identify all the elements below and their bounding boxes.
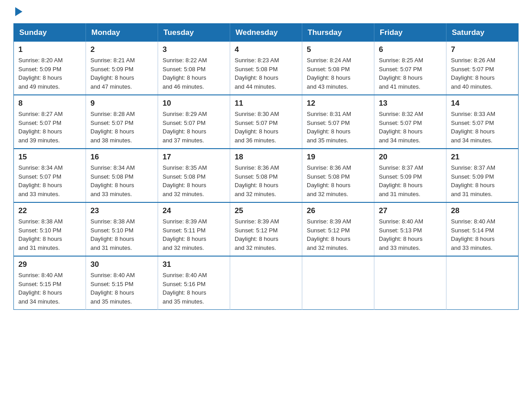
day-info: Sunrise: 8:22 AMSunset: 5:08 PMDaylight:… [163, 56, 225, 91]
day-info: Sunrise: 8:40 AMSunset: 5:14 PMDaylight:… [451, 217, 514, 252]
day-number: 12 [307, 99, 369, 108]
day-number: 2 [90, 45, 153, 54]
day-number: 21 [451, 153, 514, 162]
day-number: 26 [307, 206, 369, 215]
day-info: Sunrise: 8:24 AMSunset: 5:08 PMDaylight:… [307, 56, 369, 91]
day-number: 6 [379, 45, 442, 54]
day-info: Sunrise: 8:28 AMSunset: 5:07 PMDaylight:… [90, 110, 153, 145]
day-info: Sunrise: 8:30 AMSunset: 5:07 PMDaylight:… [235, 110, 297, 145]
day-cell-26: 26Sunrise: 8:39 AMSunset: 5:12 PMDayligh… [302, 202, 374, 256]
day-info: Sunrise: 8:29 AMSunset: 5:07 PMDaylight:… [163, 110, 225, 145]
day-number: 24 [163, 206, 225, 215]
day-cell-22: 22Sunrise: 8:38 AMSunset: 5:10 PMDayligh… [14, 202, 86, 256]
day-cell-30: 30Sunrise: 8:40 AMSunset: 5:15 PMDayligh… [86, 256, 158, 310]
day-number: 20 [379, 153, 442, 162]
week-row-4: 22Sunrise: 8:38 AMSunset: 5:10 PMDayligh… [14, 202, 519, 256]
day-number: 30 [90, 260, 153, 269]
empty-cell [302, 256, 374, 310]
day-info: Sunrise: 8:40 AMSunset: 5:16 PMDaylight:… [163, 271, 225, 306]
day-number: 8 [18, 99, 81, 108]
day-number: 22 [18, 206, 81, 215]
day-info: Sunrise: 8:21 AMSunset: 5:09 PMDaylight:… [90, 56, 153, 91]
day-info: Sunrise: 8:35 AMSunset: 5:08 PMDaylight:… [163, 163, 225, 198]
day-number: 10 [163, 99, 225, 108]
day-info: Sunrise: 8:38 AMSunset: 5:10 PMDaylight:… [18, 217, 81, 252]
day-cell-31: 31Sunrise: 8:40 AMSunset: 5:16 PMDayligh… [158, 256, 230, 310]
day-cell-6: 6Sunrise: 8:25 AMSunset: 5:07 PMDaylight… [374, 42, 446, 95]
day-cell-18: 18Sunrise: 8:36 AMSunset: 5:08 PMDayligh… [230, 149, 302, 202]
day-info: Sunrise: 8:32 AMSunset: 5:07 PMDaylight:… [379, 110, 442, 145]
calendar-header: SundayMondayTuesdayWednesdayThursdayFrid… [14, 24, 519, 42]
empty-cell [446, 256, 519, 310]
day-cell-3: 3Sunrise: 8:22 AMSunset: 5:08 PMDaylight… [158, 42, 230, 95]
day-cell-12: 12Sunrise: 8:31 AMSunset: 5:07 PMDayligh… [302, 95, 374, 149]
day-info: Sunrise: 8:37 AMSunset: 5:09 PMDaylight:… [451, 163, 514, 198]
day-number: 19 [307, 153, 369, 162]
day-cell-8: 8Sunrise: 8:27 AMSunset: 5:07 PMDaylight… [14, 95, 86, 149]
day-number: 4 [235, 45, 297, 54]
day-cell-28: 28Sunrise: 8:40 AMSunset: 5:14 PMDayligh… [446, 202, 519, 256]
day-info: Sunrise: 8:36 AMSunset: 5:08 PMDaylight:… [235, 163, 297, 198]
day-info: Sunrise: 8:34 AMSunset: 5:07 PMDaylight:… [18, 163, 81, 198]
day-number: 28 [451, 206, 514, 215]
day-number: 9 [90, 99, 153, 108]
day-cell-1: 1Sunrise: 8:20 AMSunset: 5:09 PMDaylight… [14, 42, 86, 95]
day-cell-13: 13Sunrise: 8:32 AMSunset: 5:07 PMDayligh… [374, 95, 446, 149]
day-cell-15: 15Sunrise: 8:34 AMSunset: 5:07 PMDayligh… [14, 149, 86, 202]
week-row-2: 8Sunrise: 8:27 AMSunset: 5:07 PMDaylight… [14, 95, 519, 149]
day-info: Sunrise: 8:34 AMSunset: 5:08 PMDaylight:… [90, 163, 153, 198]
header-cell-wednesday: Wednesday [230, 24, 302, 42]
day-cell-21: 21Sunrise: 8:37 AMSunset: 5:09 PMDayligh… [446, 149, 519, 202]
day-number: 5 [307, 45, 369, 54]
day-cell-24: 24Sunrise: 8:39 AMSunset: 5:11 PMDayligh… [158, 202, 230, 256]
day-number: 29 [18, 260, 81, 269]
day-number: 16 [90, 153, 153, 162]
day-info: Sunrise: 8:20 AMSunset: 5:09 PMDaylight:… [18, 56, 81, 91]
header-cell-tuesday: Tuesday [158, 24, 230, 42]
day-number: 14 [451, 99, 514, 108]
day-info: Sunrise: 8:38 AMSunset: 5:10 PMDaylight:… [90, 217, 153, 252]
day-info: Sunrise: 8:40 AMSunset: 5:15 PMDaylight:… [90, 271, 153, 306]
day-cell-20: 20Sunrise: 8:37 AMSunset: 5:09 PMDayligh… [374, 149, 446, 202]
day-info: Sunrise: 8:40 AMSunset: 5:13 PMDaylight:… [379, 217, 442, 252]
day-cell-4: 4Sunrise: 8:23 AMSunset: 5:08 PMDaylight… [230, 42, 302, 95]
day-info: Sunrise: 8:39 AMSunset: 5:12 PMDaylight:… [307, 217, 369, 252]
header-cell-saturday: Saturday [446, 24, 519, 42]
day-info: Sunrise: 8:39 AMSunset: 5:11 PMDaylight:… [163, 217, 225, 252]
day-info: Sunrise: 8:39 AMSunset: 5:12 PMDaylight:… [235, 217, 297, 252]
header-cell-friday: Friday [374, 24, 446, 42]
day-cell-11: 11Sunrise: 8:30 AMSunset: 5:07 PMDayligh… [230, 95, 302, 149]
week-row-3: 15Sunrise: 8:34 AMSunset: 5:07 PMDayligh… [14, 149, 519, 202]
day-cell-14: 14Sunrise: 8:33 AMSunset: 5:07 PMDayligh… [446, 95, 519, 149]
day-cell-23: 23Sunrise: 8:38 AMSunset: 5:10 PMDayligh… [86, 202, 158, 256]
day-info: Sunrise: 8:37 AMSunset: 5:09 PMDaylight:… [379, 163, 442, 198]
day-info: Sunrise: 8:40 AMSunset: 5:15 PMDaylight:… [18, 271, 81, 306]
day-info: Sunrise: 8:33 AMSunset: 5:07 PMDaylight:… [451, 110, 514, 145]
day-number: 13 [379, 99, 442, 108]
day-info: Sunrise: 8:25 AMSunset: 5:07 PMDaylight:… [379, 56, 442, 91]
day-cell-29: 29Sunrise: 8:40 AMSunset: 5:15 PMDayligh… [14, 256, 86, 310]
day-cell-10: 10Sunrise: 8:29 AMSunset: 5:07 PMDayligh… [158, 95, 230, 149]
day-number: 17 [163, 153, 225, 162]
header-row: SundayMondayTuesdayWednesdayThursdayFrid… [14, 24, 519, 42]
day-cell-9: 9Sunrise: 8:28 AMSunset: 5:07 PMDaylight… [86, 95, 158, 149]
day-number: 3 [163, 45, 225, 54]
day-number: 23 [90, 206, 153, 215]
page-header [13, 9, 519, 14]
day-cell-27: 27Sunrise: 8:40 AMSunset: 5:13 PMDayligh… [374, 202, 446, 256]
empty-cell [374, 256, 446, 310]
logo [13, 9, 22, 14]
day-cell-2: 2Sunrise: 8:21 AMSunset: 5:09 PMDaylight… [86, 42, 158, 95]
header-cell-sunday: Sunday [14, 24, 86, 42]
day-number: 31 [163, 260, 225, 269]
logo-triangle-icon [15, 7, 22, 16]
day-info: Sunrise: 8:36 AMSunset: 5:08 PMDaylight:… [307, 163, 369, 198]
day-cell-16: 16Sunrise: 8:34 AMSunset: 5:08 PMDayligh… [86, 149, 158, 202]
day-info: Sunrise: 8:27 AMSunset: 5:07 PMDaylight:… [18, 110, 81, 145]
day-cell-19: 19Sunrise: 8:36 AMSunset: 5:08 PMDayligh… [302, 149, 374, 202]
day-number: 7 [451, 45, 514, 54]
calendar-table: SundayMondayTuesdayWednesdayThursdayFrid… [13, 23, 519, 310]
day-cell-7: 7Sunrise: 8:26 AMSunset: 5:07 PMDaylight… [446, 42, 519, 95]
week-row-5: 29Sunrise: 8:40 AMSunset: 5:15 PMDayligh… [14, 256, 519, 310]
empty-cell [230, 256, 302, 310]
